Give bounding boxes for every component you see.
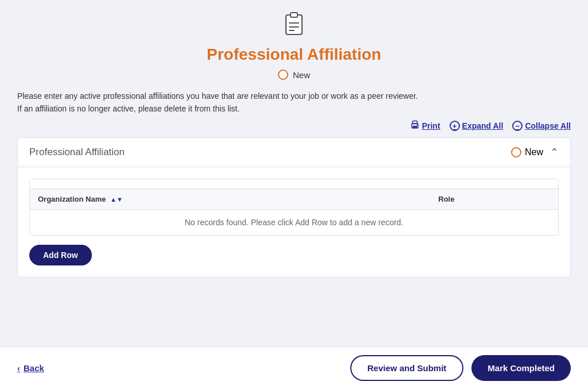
- print-button[interactable]: Print: [410, 120, 440, 132]
- back-button[interactable]: ‹ Back: [17, 363, 44, 373]
- section-header-right: New ⌃: [511, 146, 559, 159]
- section-header: Professional Affiliation New ⌃: [18, 138, 570, 167]
- collapse-section-icon[interactable]: ⌃: [550, 146, 559, 159]
- back-label: Back: [24, 363, 44, 373]
- sort-arrow-icon[interactable]: ▲▼: [110, 196, 123, 203]
- affiliation-table-container: Organization Name ▲▼ Role No records fou…: [29, 179, 559, 236]
- col-role-label: Role: [438, 195, 454, 203]
- expand-all-button[interactable]: + Expand All: [450, 121, 504, 131]
- svg-rect-6: [412, 121, 417, 124]
- collapse-icon: −: [512, 121, 523, 131]
- section-body: Organization Name ▲▼ Role No records fou…: [18, 167, 570, 277]
- page-icon: [281, 11, 307, 42]
- instruction-line-1: Please enter any active professional aff…: [17, 91, 571, 101]
- review-submit-button[interactable]: Review and Submit: [350, 355, 464, 381]
- expand-icon: +: [450, 121, 460, 131]
- back-arrow-icon: ‹: [17, 363, 20, 373]
- section-status-radio: [511, 147, 521, 157]
- status-radio-icon: [278, 70, 288, 80]
- table-toolbar: [30, 179, 558, 189]
- add-row-button[interactable]: Add Row: [29, 245, 92, 265]
- footer-bar: ‹ Back Review and Submit Mark Completed: [0, 346, 588, 389]
- print-label: Print: [422, 121, 440, 130]
- table-empty-row: No records found. Please click Add Row t…: [30, 210, 558, 236]
- status-row: New: [278, 70, 310, 80]
- expand-label: Expand All: [462, 121, 504, 130]
- col-org-label: Organization Name: [38, 195, 106, 203]
- col-role: Role: [430, 189, 558, 210]
- instruction-line-2: If an affiliation is no longer active, p…: [17, 104, 571, 113]
- affiliation-table: Organization Name ▲▼ Role No records fou…: [30, 189, 558, 235]
- print-icon: [410, 120, 420, 132]
- instructions: Please enter any active professional aff…: [17, 91, 571, 117]
- section-status-label: New: [525, 147, 543, 157]
- professional-affiliation-section: Professional Affiliation New ⌃ Organizat…: [17, 137, 571, 278]
- svg-rect-0: [286, 15, 302, 34]
- status-label: New: [293, 70, 310, 80]
- collapse-label: Collapse All: [525, 121, 571, 130]
- table-header-row: Organization Name ▲▼ Role: [30, 189, 558, 210]
- col-organization-name: Organization Name ▲▼: [30, 189, 430, 210]
- svg-rect-7: [412, 126, 417, 128]
- svg-point-8: [416, 125, 417, 126]
- mark-completed-button[interactable]: Mark Completed: [471, 355, 571, 381]
- section-status: New: [511, 147, 543, 157]
- svg-rect-1: [291, 13, 297, 17]
- toolbar: Print + Expand All − Collapse All: [17, 120, 571, 132]
- page-title: Professional Affiliation: [207, 45, 381, 64]
- footer-actions: Review and Submit Mark Completed: [350, 355, 571, 381]
- section-title: Professional Affiliation: [29, 147, 125, 158]
- table-empty-message: No records found. Please click Add Row t…: [30, 210, 558, 236]
- collapse-all-button[interactable]: − Collapse All: [512, 121, 571, 131]
